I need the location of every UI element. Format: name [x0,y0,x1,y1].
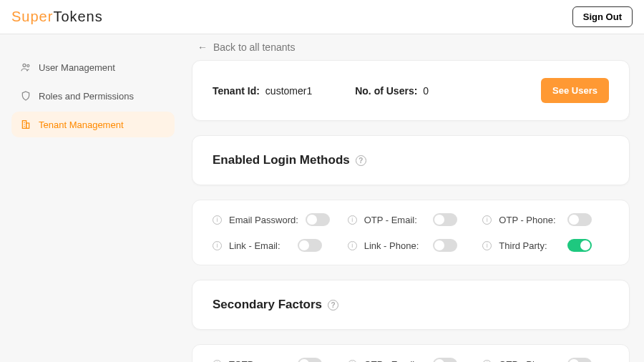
building-icon [20,119,31,130]
switch-link-phone[interactable] [433,239,457,252]
help-icon[interactable]: ? [328,300,338,310]
toggle-label: OTP - Phone: [499,359,560,363]
toggle-label: Third Party: [499,240,560,251]
login-methods-header: Enabled Login Methods ? [192,135,630,185]
info-icon[interactable]: i [348,241,357,250]
toggle-sf-otp-email: i OTP - Email: [348,358,474,362]
toggle-label: Link - Phone: [364,240,426,251]
toggle-label: TOTP: [229,359,291,363]
svg-point-1 [27,64,29,67]
switch-third-party[interactable] [567,239,592,252]
svg-point-0 [23,64,26,67]
switch-sf-otp-email[interactable] [433,358,457,362]
toggle-link-email: i Link - Email: [213,239,339,252]
login-methods-title: Enabled Login Methods [213,153,350,167]
toggle-otp-phone: i OTP - Phone: [482,213,609,226]
toggle-label: OTP - Email: [364,359,426,363]
info-icon[interactable]: i [348,215,357,225]
sign-out-button[interactable]: Sign Out [572,6,633,27]
back-to-tenants-link[interactable]: ← Back to all tenants [197,41,630,53]
switch-email-password[interactable] [306,213,330,226]
tenant-id-value: customer1 [265,85,312,97]
switch-sf-otp-phone[interactable] [567,358,592,362]
users-count-value: 0 [423,85,429,97]
toggle-label: Email Password: [229,215,298,225]
toggle-sf-otp-phone: i OTP - Phone: [482,358,609,362]
back-label: Back to all tenants [213,41,295,53]
tenant-info-card: Tenant Id: customer1 No. of Users: 0 See… [192,60,630,121]
toggle-label: OTP - Email: [364,215,426,225]
sidebar-item-tenant-management[interactable]: Tenant Management [11,112,175,137]
info-icon[interactable]: i [213,360,222,363]
shield-icon [20,90,31,102]
users-count-field: No. of Users: 0 [355,85,429,97]
users-icon [20,62,31,73]
info-icon[interactable]: i [213,241,222,250]
logo-part-1: Super [11,9,53,24]
svg-rect-3 [26,123,29,128]
toggle-otp-email: i OTP - Email: [348,213,474,226]
secondary-factors-toggles: i TOTP: i OTP - Email: i OTP - Phone: [192,344,630,362]
secondary-factors-header: Secondary Factors ? [192,280,630,330]
info-icon[interactable]: i [482,360,492,363]
toggle-email-password: i Email Password: [213,213,339,226]
tenant-id-field: Tenant Id: customer1 [213,85,312,97]
switch-link-email[interactable] [298,239,322,252]
sidebar-item-label: Tenant Management [39,119,124,130]
toggle-label: Link - Email: [229,240,291,251]
see-users-button[interactable]: See Users [541,78,609,103]
topbar: SuperTokens Sign Out [0,0,644,34]
login-methods-toggles: i Email Password: i OTP - Email: i OTP -… [192,200,630,265]
toggle-third-party: i Third Party: [482,239,609,252]
info-icon[interactable]: i [482,241,492,250]
logo: SuperTokens [11,9,103,25]
switch-otp-email[interactable] [433,213,457,226]
info-icon[interactable]: i [482,215,492,225]
sidebar-item-label: Roles and Permissions [39,91,134,102]
sidebar-item-user-management[interactable]: User Management [11,54,175,80]
sidebar-item-roles-permissions[interactable]: Roles and Permissions [11,83,175,109]
secondary-factors-title: Secondary Factors [213,298,322,312]
sidebar-item-label: User Management [39,62,115,73]
switch-totp[interactable] [298,358,322,362]
tenant-id-label: Tenant Id: [213,85,260,97]
sidebar: User Management Roles and Permissions Te… [0,34,186,362]
toggle-link-phone: i Link - Phone: [348,239,474,252]
users-count-label: No. of Users: [355,85,417,97]
switch-otp-phone[interactable] [567,213,592,226]
info-icon[interactable]: i [348,360,357,363]
help-icon[interactable]: ? [356,155,366,166]
logo-part-2: Tokens [53,9,102,24]
toggle-totp: i TOTP: [213,358,339,362]
info-icon[interactable]: i [213,215,222,225]
toggle-label: OTP - Phone: [499,215,560,225]
main-content: ← Back to all tenants Tenant Id: custome… [186,34,644,362]
arrow-left-icon: ← [197,41,208,53]
